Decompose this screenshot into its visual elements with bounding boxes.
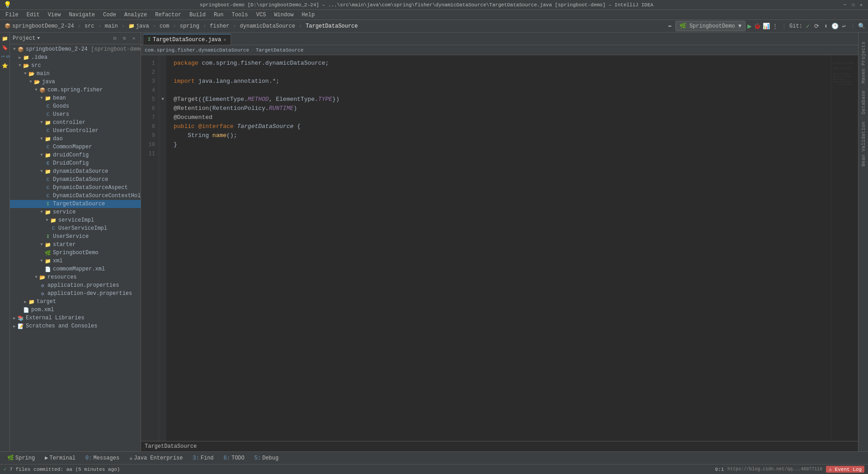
git-check-icon[interactable]: ✓ bbox=[804, 23, 811, 30]
nav-fisher[interactable]: fisher bbox=[208, 22, 231, 30]
project-dropdown-arrow[interactable]: ▼ bbox=[37, 36, 39, 41]
cursor-position[interactable]: 9:1 bbox=[715, 467, 724, 472]
run-config-dropdown[interactable]: 🌿 SpringbootDemo ▼ bbox=[675, 21, 745, 31]
tree-item-usercontroller[interactable]: C UserController bbox=[10, 127, 141, 135]
tree-item-dynamic-folder[interactable]: ▼ 📁 dynamicDataSource bbox=[10, 167, 141, 175]
hide-panel-icon[interactable]: ✕ bbox=[130, 34, 138, 43]
nav-target[interactable]: TargetDataSource bbox=[304, 22, 359, 30]
nav-java[interactable]: 📁 java bbox=[127, 22, 151, 30]
tree-item-dao[interactable]: ▼ 📁 dao bbox=[10, 135, 141, 143]
tree-item-druidconfig-folder[interactable]: ▼ 📁 druidConfig bbox=[10, 151, 141, 159]
menu-tools[interactable]: Tools bbox=[228, 11, 252, 19]
restore-button[interactable]: ❐ bbox=[850, 2, 856, 8]
menu-run[interactable]: Run bbox=[210, 11, 227, 19]
code-editor[interactable]: package com.spring.fisher.dynamicDataSou… bbox=[166, 55, 831, 441]
bottom-tab-todo[interactable]: 6: TODO bbox=[220, 454, 248, 462]
tree-item-commonmapper[interactable]: C CommonMapper bbox=[10, 143, 141, 151]
tree-item-commommapper[interactable]: 📄 commomMapper.xml bbox=[10, 265, 141, 273]
editor-tab-targetdatasource[interactable]: I TargetDataSource.java ✕ bbox=[143, 34, 231, 45]
tree-item-springbootdemo[interactable]: 🌿 SpringbootDemo bbox=[10, 249, 141, 257]
run-button[interactable]: ▶ bbox=[747, 22, 752, 31]
nav-dynamic[interactable]: dynamicDataSource bbox=[238, 22, 297, 30]
tree-item-main[interactable]: ▼ 📂 main bbox=[10, 70, 141, 78]
event-log-button[interactable]: ⚠ Event Log bbox=[826, 466, 864, 473]
code-container[interactable]: 1 2 3 4 5 6 7 8 9 10 11 ▼ bbox=[141, 55, 858, 441]
tree-item-scratches[interactable]: ▶ 📝 Scratches and Consoles bbox=[10, 322, 141, 330]
tree-item-java[interactable]: ▼ 📂 java bbox=[10, 78, 141, 86]
status-url[interactable]: https://blog.csdn.net/qq...40977118 bbox=[727, 467, 822, 472]
menu-navigate[interactable]: Navigate bbox=[65, 11, 99, 19]
nav-project[interactable]: 📦 springbootDemo_2-24 bbox=[3, 22, 76, 30]
nav-spring[interactable]: spring bbox=[178, 22, 201, 30]
breadcrumb-package[interactable]: com.spring.fisher.dynamicDataSource bbox=[145, 47, 249, 53]
menu-view[interactable]: View bbox=[44, 11, 65, 19]
tree-item-pom[interactable]: 📄 pom.xml bbox=[10, 306, 141, 314]
tree-item-app-properties[interactable]: ⚙ application.properties bbox=[10, 281, 141, 289]
tree-item-serviceimpl-folder[interactable]: ▼ 📁 serviceImpl bbox=[10, 216, 141, 224]
breadcrumb-class[interactable]: TargetDataSource bbox=[256, 47, 304, 53]
tree-item-goods[interactable]: C Goods bbox=[10, 102, 141, 110]
bottom-tab-javaee[interactable]: ☕ Java Enterprise bbox=[126, 454, 186, 462]
menu-file[interactable]: File bbox=[2, 11, 22, 19]
project-view-icon[interactable]: 📁 bbox=[1, 34, 9, 43]
menu-build[interactable]: Build bbox=[186, 11, 209, 19]
close-button[interactable]: ✕ bbox=[858, 2, 864, 8]
tree-item-root[interactable]: ▼ 📦 springbootDemo_2-24 [springboot-demo… bbox=[10, 45, 141, 53]
tree-item-idea[interactable]: ▶ 📁 .idea bbox=[10, 53, 141, 62]
tree-item-src[interactable]: ▼ 📂 src bbox=[10, 62, 141, 70]
tree-item-starter-folder[interactable]: ▼ 📁 starter bbox=[10, 241, 141, 249]
git-revert-icon[interactable]: ↩ bbox=[840, 23, 848, 30]
tree-item-dynamicdatasourceaspect[interactable]: C DynamicDataSourceAspect bbox=[10, 184, 141, 192]
git-update-icon[interactable]: ⟳ bbox=[813, 23, 821, 30]
minimize-button[interactable]: — bbox=[842, 2, 848, 8]
nav-com[interactable]: com bbox=[158, 22, 171, 30]
search-everywhere-icon[interactable]: 🔍 bbox=[858, 23, 865, 30]
bottom-tab-messages[interactable]: 0: Messages bbox=[82, 454, 123, 462]
right-panel-maven[interactable]: Maven Projects bbox=[859, 38, 868, 87]
debug-button[interactable]: 🐞 bbox=[754, 23, 761, 30]
coverage-button[interactable]: 📊 bbox=[763, 23, 770, 30]
settings-icon[interactable]: ⚙ bbox=[120, 34, 128, 43]
collapse-all-icon[interactable]: ⊟ bbox=[111, 34, 119, 43]
menu-code[interactable]: Code bbox=[99, 11, 120, 19]
git-history-icon[interactable]: 🕐 bbox=[831, 23, 839, 30]
tree-item-bean[interactable]: ▼ 📁 bean bbox=[10, 94, 141, 102]
favorites-icon[interactable]: ⭐ bbox=[1, 62, 9, 70]
right-panel-bean-validation[interactable]: Bean Validation bbox=[859, 118, 868, 170]
menu-window[interactable]: Window bbox=[270, 11, 297, 19]
tab-close-button[interactable]: ✕ bbox=[223, 37, 226, 43]
more-run-button[interactable]: ⋮ bbox=[772, 23, 779, 30]
back-icon[interactable]: ⬅ bbox=[666, 23, 674, 30]
tree-item-users[interactable]: C Users bbox=[10, 110, 141, 118]
nav-src[interactable]: src bbox=[83, 22, 96, 30]
menu-edit[interactable]: Edit bbox=[23, 11, 43, 19]
structure-icon[interactable]: St bbox=[0, 52, 10, 61]
tree-item-resources-folder[interactable]: ▼ 📂 resources bbox=[10, 273, 141, 281]
menu-help[interactable]: Help bbox=[298, 11, 318, 19]
tree-item-targetdatasource[interactable]: I TargetDataSource bbox=[10, 200, 141, 208]
git-status[interactable]: ✓ 7 files committed: aa (5 minutes ago) bbox=[4, 466, 120, 472]
tree-item-external-libraries[interactable]: ▶ 📚 External Libraries bbox=[10, 314, 141, 322]
fold-indicator-5[interactable]: ▼ bbox=[161, 95, 164, 104]
tree-item-dynamicdatasourcecontextholder[interactable]: C DynamicDataSourceContextHolder bbox=[10, 192, 141, 200]
tree-item-controller[interactable]: ▼ 📁 controller bbox=[10, 118, 141, 127]
tree-item-xml-folder[interactable]: ▼ 📁 xml bbox=[10, 257, 141, 265]
bookmark-icon[interactable]: 🔖 bbox=[1, 43, 9, 52]
tree-item-app-dev-properties[interactable]: ⚙ application-dev.properties bbox=[10, 289, 141, 298]
nav-main[interactable]: main bbox=[103, 22, 120, 30]
bottom-tab-find[interactable]: 3: Find bbox=[189, 454, 217, 462]
bottom-tab-debug[interactable]: 5: Debug bbox=[251, 454, 282, 462]
tree-item-target-folder[interactable]: ▶ 📁 target bbox=[10, 298, 141, 306]
tree-item-userserviceimpl[interactable]: C UserServiceImpl bbox=[10, 224, 141, 232]
tree-item-service-folder[interactable]: ▼ 📁 service bbox=[10, 208, 141, 216]
tree-item-userservice[interactable]: I UserService bbox=[10, 232, 141, 241]
bottom-tab-spring[interactable]: 🌿 Spring bbox=[4, 454, 38, 462]
menu-analyze[interactable]: Analyze bbox=[121, 11, 151, 19]
right-panel-database[interactable]: Database bbox=[859, 87, 868, 118]
git-push-icon[interactable]: ⬆ bbox=[822, 23, 830, 30]
menu-vcs[interactable]: VCS bbox=[253, 11, 270, 19]
menu-refactor[interactable]: Refactor bbox=[151, 11, 185, 19]
tree-item-druidconfig[interactable]: C DruidConfig bbox=[10, 159, 141, 167]
tree-item-package[interactable]: ▼ 📦 com.spring.fisher bbox=[10, 86, 141, 94]
bottom-tab-terminal[interactable]: ▶ Terminal bbox=[41, 454, 79, 462]
